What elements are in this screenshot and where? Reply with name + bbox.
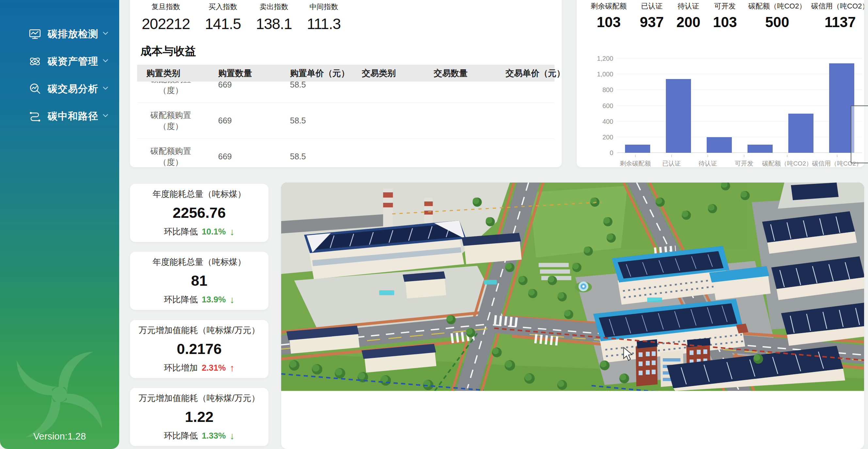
column-header: 交易数量: [434, 68, 505, 79]
table-cell: 669: [218, 82, 290, 90]
bar-slot: [699, 59, 740, 153]
x-axis-label: 已认证: [662, 159, 681, 167]
stat-value: 1137: [825, 14, 856, 30]
chevron-down-icon[interactable]: [101, 29, 110, 38]
kpi-trend-label: 环比增加: [164, 362, 198, 374]
kpi-value: 81: [191, 272, 207, 289]
bar[interactable]: [788, 114, 813, 153]
table-cell: 58.5: [290, 152, 362, 161]
y-axis-label: 1,200: [597, 55, 613, 62]
table-row: 碳配额购置（度）66958.5: [137, 103, 555, 139]
bar-slot: [780, 59, 821, 153]
column-header: 购置数量: [218, 68, 290, 79]
index-label: 买入指数: [209, 2, 238, 12]
kpi-title: 年度能耗总量（吨标煤）: [153, 256, 246, 268]
sidebar-item-label: 碳交易分析: [48, 82, 98, 96]
x-axis-label: 剩余碳配额: [620, 159, 651, 167]
kpi-title: 年度能耗总量（吨标煤）: [153, 188, 246, 200]
table-cell: 669: [218, 152, 290, 161]
stat-value: 937: [640, 14, 663, 30]
bar[interactable]: [625, 145, 650, 153]
column-header: 交易单价（元）: [505, 68, 562, 79]
kpi-value: 0.2176: [177, 341, 222, 358]
stat-value: 200: [676, 14, 700, 30]
sidebar-item-1[interactable]: 碳排放检测: [0, 20, 119, 48]
city-3d-view[interactable]: [281, 183, 864, 391]
bar-series: [617, 59, 862, 153]
atom-icon: [29, 55, 41, 68]
table-cell: 58.5: [290, 82, 362, 90]
index-stat: 卖出指数138.1: [256, 2, 292, 33]
x-axis-label: 可开发: [735, 159, 753, 167]
energy-kpi-card: 万元增加值能耗（吨标煤/万元）0.2176环比增加2.31%↑: [130, 320, 269, 378]
stat-label: 碳信用（吨CO2）: [811, 1, 864, 11]
carbon-stats-row: 剩余碳配额103已认证937待认证200可开发103碳配额（吨CO2）500碳信…: [577, 1, 864, 30]
sidebar-item-4[interactable]: 碳中和路径: [0, 102, 119, 130]
table-cell: 碳配额购置（度）: [146, 110, 195, 132]
kpi-trend-label: 环比降低: [164, 226, 198, 237]
chevron-down-icon[interactable]: [101, 112, 110, 121]
section-title: 成本与收益: [141, 44, 555, 59]
axis-tick: [837, 155, 838, 157]
x-axis-label: 碳配额（吨CO2）: [762, 159, 812, 167]
axis-tick: [672, 155, 672, 157]
chevron-down-icon[interactable]: [101, 57, 110, 66]
bar[interactable]: [747, 145, 773, 153]
energy-kpi-card: 年度能耗总量（吨标煤）2256.76环比降低10.1%↓: [130, 184, 269, 242]
bar-slot: [658, 59, 699, 153]
axis-tick: [744, 155, 745, 157]
index-stat: 复旦指数202212: [142, 2, 190, 33]
kpi-title: 万元增加值能耗（吨标煤/万元）: [138, 325, 259, 336]
kpi-trend-label: 环比降低: [164, 430, 198, 442]
sidebar-item-3[interactable]: 碳交易分析: [0, 75, 119, 102]
kpi-trend-value: 13.9%: [202, 294, 226, 305]
carbon-roadmap-timeline: ✓碳管✓CCHP32029年碳达峰4热泵5余热6碳捕7生态82049年碳中和: [281, 391, 864, 449]
y-axis-label: 400: [602, 118, 613, 125]
trend-arrow-icon: ↓: [229, 226, 235, 237]
kpi-value: 1.22: [185, 409, 214, 425]
bar-slot: [740, 59, 780, 153]
bar-chart-plot: 02004006008001,0001,200: [617, 59, 862, 153]
stat-label: 碳配额（吨CO2）: [748, 1, 806, 11]
table-row: 碳配额购置（度）66958.5: [137, 139, 555, 167]
y-axis-label: 0: [610, 149, 613, 157]
stat-label: 可开发: [714, 1, 736, 11]
kpi-trend-label: 环比降低: [164, 294, 198, 305]
table-row: 碳配额购置（度）66958.5: [137, 82, 555, 103]
bar-chart-x-axis: 剩余碳配额已认证待认证可开发碳配额（吨CO2）碳信用（吨CO2）: [617, 155, 862, 167]
chevron-down-icon[interactable]: [101, 84, 110, 93]
monitor-chart-icon: [29, 28, 41, 40]
column-header: 交易类别: [362, 68, 434, 79]
carbon-stat: 碳信用（吨CO2）1137: [811, 1, 864, 30]
stat-label: 已认证: [641, 1, 662, 11]
version-label: Version:1.28: [0, 431, 119, 442]
index-stat: 买入指数141.5: [205, 2, 241, 33]
search-chart-icon: [29, 83, 41, 95]
carbon-asset-chart-card: 剩余碳配额103已认证937待认证200可开发103碳配额（吨CO2）500碳信…: [577, 0, 864, 167]
sidebar-item-label: 碳中和路径: [48, 110, 98, 123]
table-cell: 669: [218, 116, 290, 125]
bar[interactable]: [707, 137, 732, 153]
y-axis-label: 600: [602, 102, 613, 109]
table-cell: 碳配额购置（度）: [146, 82, 195, 96]
column-header: 购置类别: [146, 68, 218, 79]
axis-tick: [635, 155, 636, 157]
kpi-trend-value: 2.31%: [202, 363, 226, 373]
carbon-stat: 可开发103: [707, 1, 743, 30]
sidebar-item-2[interactable]: 碳资产管理: [0, 48, 119, 75]
stat-label: 剩余碳配额: [591, 1, 627, 11]
x-axis-category: 剩余碳配额: [617, 155, 653, 167]
carbon-stat: 碳配额（吨CO2）500: [743, 1, 811, 30]
sidebar-item-label: 碳排放检测: [48, 27, 98, 41]
bar[interactable]: [666, 79, 691, 153]
trend-arrow-icon: ↓: [229, 430, 235, 442]
index-value: 202212: [142, 15, 190, 33]
cost-table-header: 购置类别购置数量购置单价（元）交易类别交易数量交易单价（元）: [137, 65, 555, 82]
cost-table-body: 碳配额购置（度）66958.5碳配额购置（度）66958.5碳配额购置（度）66…: [137, 82, 555, 167]
table-cell: 58.5: [290, 116, 362, 125]
zoom-selection-rect: [851, 105, 868, 163]
x-axis-category: 待认证: [690, 155, 726, 167]
cost-table-scroll-area[interactable]: 碳配额购置（度）66958.5碳配额购置（度）66958.5碳配额购置（度）66…: [137, 82, 555, 167]
energy-kpi-card: 年度能耗总量（吨标煤）81环比降低13.9%↓: [130, 252, 269, 310]
table-cell: 碳配额购置（度）: [146, 146, 195, 167]
